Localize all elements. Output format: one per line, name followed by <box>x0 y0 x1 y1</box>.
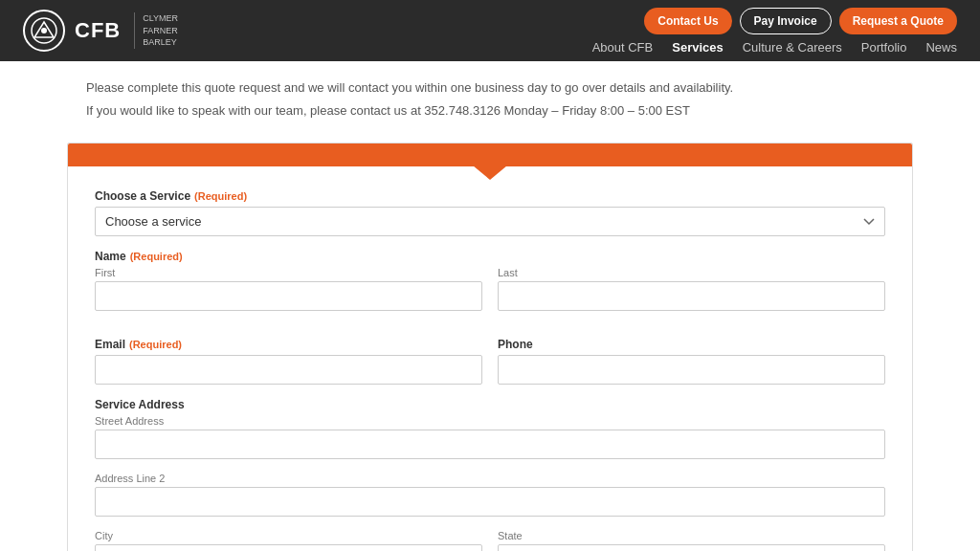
address2-label: Address Line 2 <box>95 473 885 484</box>
address-section: Service Address Street Address Address L… <box>95 398 885 551</box>
service-select[interactable]: Choose a serviceLandscapingIrrigationTre… <box>95 207 885 236</box>
address-section-label: Service Address <box>95 398 885 411</box>
name-label: Name(Required) <box>95 250 885 263</box>
quote-form-container: Choose a Service(Required) Choose a serv… <box>67 143 913 551</box>
request-quote-button[interactable]: Request a Quote <box>839 8 957 34</box>
header: CFB CLYMER FARNER BARLEY Contact Us Pay … <box>0 0 980 61</box>
name-required: (Required) <box>130 251 183 262</box>
city-group: City <box>95 530 482 551</box>
name-row: First Last <box>95 267 885 324</box>
state-label: State <box>498 530 885 541</box>
page-body: Please complete this quote request and w… <box>0 61 980 551</box>
logo-svg <box>31 17 57 44</box>
first-label: First <box>95 267 482 278</box>
svg-point-2 <box>41 28 47 33</box>
street-label: Street Address <box>95 415 885 427</box>
intro-line2: If you would like to speak with our team… <box>86 101 894 121</box>
intro-section: Please complete this quote request and w… <box>0 61 980 129</box>
name-group: Name(Required) First Last <box>95 250 885 324</box>
phone-label: Phone <box>498 338 885 351</box>
main-nav: About CFB Services Culture & Careers Por… <box>592 40 957 55</box>
service-required: (Required) <box>194 190 247 202</box>
header-top-buttons: Contact Us Pay Invoice Request a Quote <box>644 8 957 34</box>
logo-icon <box>23 10 65 52</box>
email-input[interactable] <box>95 355 482 385</box>
email-required: (Required) <box>129 339 182 350</box>
logo-company-name: CLYMER FARNER BARLEY <box>134 12 178 49</box>
state-group: State AlabamaAlaskaArizonaArkansasCalifo… <box>498 530 885 551</box>
first-name-input[interactable] <box>95 281 482 311</box>
intro-line1: Please complete this quote request and w… <box>86 78 894 98</box>
address2-group: Address Line 2 <box>95 473 885 517</box>
service-label: Choose a Service(Required) <box>95 189 885 203</box>
nav-services[interactable]: Services <box>672 40 724 55</box>
state-select[interactable]: AlabamaAlaskaArizonaArkansasCaliforniaCo… <box>498 544 885 551</box>
service-group: Choose a Service(Required) Choose a serv… <box>95 189 885 236</box>
last-label: Last <box>498 267 885 278</box>
form-header-bar <box>68 143 912 166</box>
email-group: Email(Required) <box>95 338 482 385</box>
first-name-group: First <box>95 267 482 311</box>
nav-portfolio[interactable]: Portfolio <box>861 40 907 55</box>
city-label: City <box>95 530 482 541</box>
last-name-group: Last <box>498 267 885 311</box>
nav-news[interactable]: News <box>925 40 957 55</box>
address2-input[interactable] <box>95 487 885 517</box>
contact-us-button[interactable]: Contact Us <box>644 8 731 34</box>
nav-about-cfb[interactable]: About CFB <box>592 40 654 55</box>
logo-area: CFB CLYMER FARNER BARLEY <box>23 10 178 52</box>
header-right: Contact Us Pay Invoice Request a Quote A… <box>592 8 957 55</box>
street-input[interactable] <box>95 430 885 459</box>
form-body: Choose a Service(Required) Choose a serv… <box>68 166 912 551</box>
street-group: Street Address <box>95 415 885 459</box>
city-state-row: City State AlabamaAlaskaArizonaArkansasC… <box>95 530 885 551</box>
pay-invoice-button[interactable]: Pay Invoice <box>740 8 832 34</box>
phone-group: Phone <box>498 338 885 385</box>
last-name-input[interactable] <box>498 281 885 311</box>
email-phone-row: Email(Required) Phone <box>95 338 885 398</box>
logo-acronym: CFB <box>75 20 121 41</box>
city-input[interactable] <box>95 544 482 551</box>
phone-input[interactable] <box>498 355 885 385</box>
email-label: Email(Required) <box>95 338 482 351</box>
nav-culture-careers[interactable]: Culture & Careers <box>743 40 842 55</box>
